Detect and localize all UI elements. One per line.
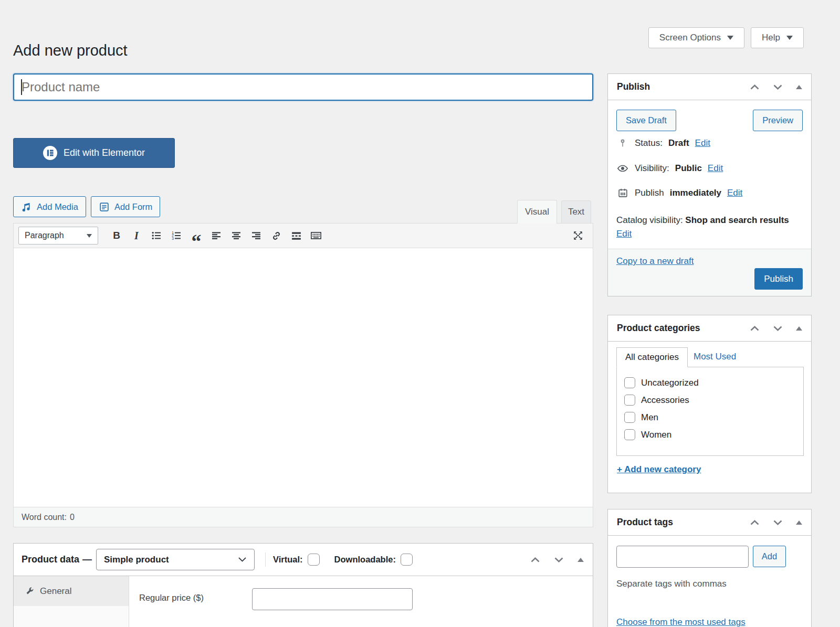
save-draft-button[interactable]: Save Draft — [616, 110, 676, 131]
visual-tab-label: Visual — [525, 207, 549, 217]
italic-icon: I — [134, 230, 139, 242]
chevron-down-icon — [786, 36, 793, 40]
tags-panel-header[interactable]: Product tags — [608, 509, 811, 536]
downloadable-checkbox[interactable] — [401, 554, 413, 566]
publish-panel-header[interactable]: Publish — [608, 74, 811, 100]
virtual-checkbox[interactable] — [308, 554, 320, 566]
chevron-down-icon — [87, 234, 92, 238]
move-up-icon[interactable] — [750, 325, 760, 332]
editor-status-bar: Word count: 0 — [14, 507, 593, 527]
align-right-button[interactable] — [246, 227, 266, 245]
tab-text[interactable]: Text — [561, 200, 591, 224]
category-label: Accessories — [641, 395, 689, 406]
save-draft-label: Save Draft — [626, 115, 667, 125]
category-checklist: Uncategorized Accessories Men Women — [616, 367, 804, 456]
visibility-label: Visibility: — [635, 163, 669, 174]
publish-button[interactable]: Publish — [754, 268, 803, 290]
edit-status-link[interactable]: Edit — [695, 138, 710, 148]
status-value: Draft — [668, 138, 689, 148]
add-media-button[interactable]: Add Media — [13, 196, 86, 217]
move-down-icon[interactable] — [554, 557, 564, 563]
category-item: Women — [624, 426, 803, 443]
category-checkbox-accessories[interactable] — [624, 395, 635, 406]
add-form-button[interactable]: Add Form — [91, 196, 160, 217]
align-left-button[interactable] — [206, 227, 226, 245]
categories-panel-header[interactable]: Product categories — [608, 315, 811, 342]
move-up-icon[interactable] — [530, 557, 540, 563]
collapse-toggle-icon[interactable] — [796, 520, 802, 525]
blockquote-button[interactable]: “ — [186, 227, 206, 245]
insert-link-button[interactable] — [266, 227, 286, 245]
visibility-row: Visibility: Public Edit — [616, 163, 723, 174]
product-data-panel: Product data — Simple product Virtual: D… — [13, 543, 593, 627]
tab-all-categories[interactable]: All categories — [616, 347, 688, 367]
add-new-category-link[interactable]: + Add new category — [617, 464, 701, 475]
fullscreen-button[interactable] — [568, 227, 588, 245]
product-data-separator: — — [82, 554, 92, 565]
move-up-icon[interactable] — [750, 84, 760, 90]
tab-visual[interactable]: Visual — [517, 200, 557, 224]
bulleted-list-button[interactable] — [146, 227, 166, 245]
category-checkbox-women[interactable] — [624, 429, 635, 440]
publish-time-value: immediately — [670, 188, 721, 198]
screen-options-button[interactable]: Screen Options — [648, 27, 744, 48]
product-data-tabs: General — [14, 576, 129, 627]
edit-catalog-visibility-link[interactable]: Edit — [616, 229, 632, 239]
preview-button[interactable]: Preview — [753, 110, 803, 131]
publish-time-label: Publish — [635, 188, 664, 198]
edit-with-elementor-button[interactable]: Edit with Elementor — [13, 138, 175, 168]
tab-most-used[interactable]: Most Used — [694, 352, 736, 362]
virtual-label: Virtual: — [273, 555, 303, 565]
preview-label: Preview — [762, 115, 793, 125]
category-label: Men — [641, 412, 658, 423]
bold-icon: B — [113, 230, 120, 241]
pin-icon — [616, 138, 629, 148]
regular-price-input[interactable] — [252, 588, 413, 610]
numbered-list-button[interactable]: 1 2 3 — [166, 227, 186, 245]
category-checkbox-uncategorized[interactable] — [624, 377, 635, 388]
add-tag-button[interactable]: Add — [753, 546, 786, 567]
add-tag-label: Add — [762, 551, 777, 561]
product-data-title: Product data — [22, 554, 79, 565]
media-buttons: Add Media Add Form — [13, 196, 160, 217]
general-tab-content: Regular price ($) — [129, 576, 593, 627]
move-down-icon[interactable] — [773, 325, 783, 332]
add-form-label: Add Form — [114, 202, 152, 212]
category-label: Women — [641, 430, 671, 440]
collapse-toggle-icon[interactable] — [796, 85, 802, 89]
collapse-toggle-icon[interactable] — [796, 326, 802, 331]
italic-button[interactable]: I — [127, 227, 146, 245]
bold-button[interactable]: B — [107, 227, 127, 245]
product-title-wrap — [13, 73, 593, 101]
calendar-icon — [616, 187, 629, 198]
category-checkbox-men[interactable] — [624, 412, 635, 423]
move-down-icon[interactable] — [773, 519, 783, 526]
move-down-icon[interactable] — [773, 84, 783, 90]
help-label: Help — [762, 33, 780, 43]
eye-icon — [616, 163, 629, 174]
choose-most-used-tags-link[interactable]: Choose from the most used tags — [616, 617, 746, 627]
move-up-icon[interactable] — [750, 519, 760, 526]
tab-general[interactable]: General — [14, 576, 129, 606]
word-count-value: 0 — [70, 513, 75, 522]
product-name-input[interactable] — [13, 73, 593, 101]
align-center-button[interactable] — [226, 227, 246, 245]
edit-schedule-link[interactable]: Edit — [727, 188, 742, 198]
category-item: Accessories — [624, 391, 803, 409]
product-type-select[interactable]: Simple product — [96, 549, 255, 570]
category-item: Men — [624, 409, 803, 426]
new-tag-input[interactable] — [616, 546, 749, 568]
content-editor: Paragraph B I 1 2 3 “ — [13, 223, 593, 527]
editor-content-area[interactable] — [14, 248, 593, 507]
text-cursor — [21, 79, 22, 95]
copy-to-new-draft-link[interactable]: Copy to a new draft — [616, 256, 694, 267]
elementor-button-label: Edit with Elementor — [64, 147, 145, 158]
catalog-visibility-value: Shop and search results — [685, 215, 789, 225]
edit-visibility-link[interactable]: Edit — [708, 163, 723, 174]
help-button[interactable]: Help — [751, 27, 804, 48]
align-left-icon — [211, 230, 222, 241]
more-tag-button[interactable] — [286, 227, 306, 245]
collapse-toggle-icon[interactable] — [578, 558, 584, 562]
toolbar-toggle-button[interactable] — [306, 227, 326, 245]
paragraph-format-dropdown[interactable]: Paragraph — [18, 227, 98, 245]
